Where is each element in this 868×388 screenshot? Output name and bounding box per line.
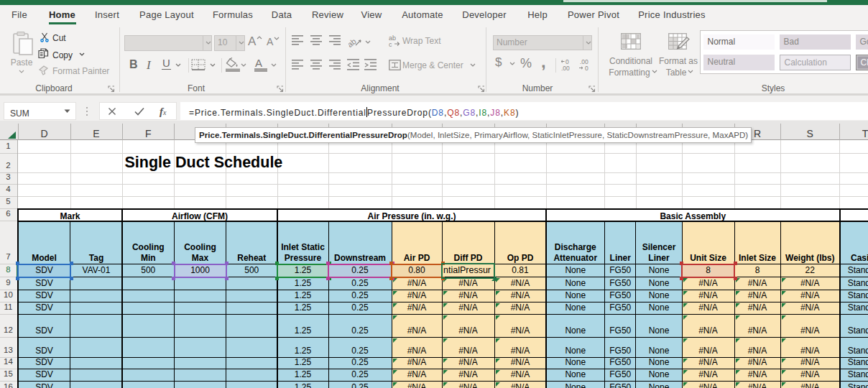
- svg-text:0: 0: [585, 65, 588, 71]
- svg-text:c: c: [389, 41, 392, 47]
- svg-text:.00: .00: [561, 65, 570, 71]
- svg-text:ab: ab: [348, 37, 358, 47]
